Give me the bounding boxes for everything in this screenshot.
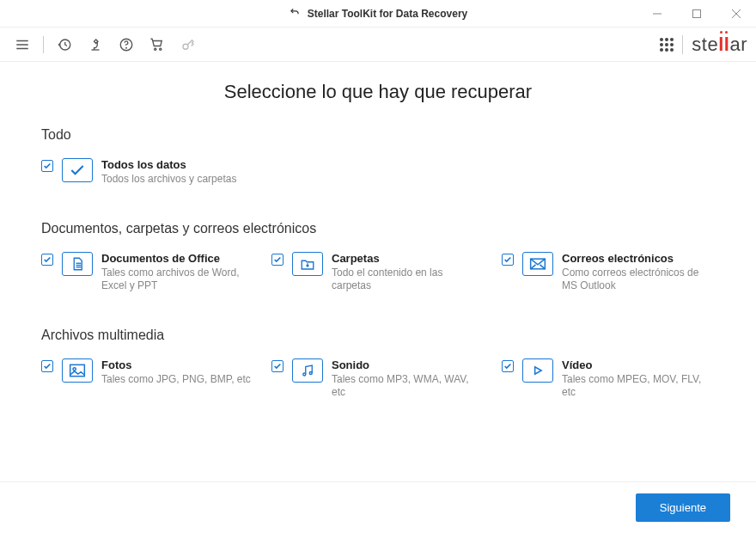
option-title: Carpetas xyxy=(332,252,485,265)
section-all: Todo Todos los datos Todos los archivos … xyxy=(41,127,715,187)
option-all-data[interactable]: Todos los datos Todos los archivos y car… xyxy=(41,158,236,187)
checkbox-folders[interactable] xyxy=(271,254,284,266)
app-title: Stellar ToolKit for Data Recovery xyxy=(308,8,468,20)
titlebar: Stellar ToolKit for Data Recovery xyxy=(0,0,756,28)
checkmark-box-icon xyxy=(62,158,93,182)
help-icon[interactable] xyxy=(113,31,140,58)
svg-point-20 xyxy=(309,371,312,374)
option-desc: Todos los archivos y carpetas xyxy=(101,173,236,187)
checkbox-audio[interactable] xyxy=(271,360,284,372)
svg-point-12 xyxy=(183,44,188,49)
image-icon xyxy=(62,358,93,383)
minimize-button[interactable] xyxy=(637,0,677,28)
svg-point-11 xyxy=(160,48,162,50)
option-office[interactable]: Documentos de Office Tales como archivos… xyxy=(41,252,254,293)
svg-point-9 xyxy=(126,47,127,48)
option-video[interactable]: Vídeo Tales como MPEG, MOV, FLV, etc xyxy=(502,358,715,400)
close-button[interactable] xyxy=(716,0,756,28)
checkbox-all-data[interactable] xyxy=(41,160,53,172)
option-title: Documentos de Office xyxy=(101,252,254,265)
separator xyxy=(682,35,683,54)
checkbox-photos[interactable] xyxy=(41,360,53,372)
apps-grid-icon[interactable] xyxy=(660,38,674,52)
option-folders[interactable]: Carpetas Todo el contenido en las carpet… xyxy=(271,252,485,293)
option-desc: Tales como archivos de Word, Excel y PPT xyxy=(101,266,254,293)
option-desc: Tales como JPG, PNG, BMP, etc xyxy=(101,373,251,387)
titlebar-title: Stellar ToolKit for Data Recovery xyxy=(289,6,468,21)
toolbar: stellar xyxy=(0,28,756,62)
option-photos[interactable]: Fotos Tales como JPG, PNG, BMP, etc xyxy=(41,358,254,400)
svg-rect-1 xyxy=(693,10,701,18)
window-controls xyxy=(637,0,756,28)
section-docs: Documentos, carpetas y correos electróni… xyxy=(41,221,715,293)
svg-point-18 xyxy=(73,367,76,370)
option-desc: Como correos electrónicos de MS Outlook xyxy=(562,266,715,293)
option-title: Todos los datos xyxy=(101,158,236,171)
document-icon xyxy=(62,252,93,276)
maximize-button[interactable] xyxy=(677,0,716,28)
cart-icon[interactable] xyxy=(143,31,171,58)
music-note-icon xyxy=(292,358,323,383)
section-media: Archivos multimedia Fotos Tales como JPG… xyxy=(41,328,715,400)
play-icon xyxy=(522,358,553,383)
option-title: Correos electrónicos xyxy=(562,252,715,265)
key-icon[interactable] xyxy=(174,31,202,58)
svg-point-19 xyxy=(303,373,306,376)
option-title: Sonido xyxy=(332,358,485,371)
checkbox-office[interactable] xyxy=(41,254,53,266)
svg-rect-17 xyxy=(70,365,85,376)
option-audio[interactable]: Sonido Tales como MP3, WMA, WAV, etc xyxy=(271,358,485,400)
footer: Siguiente xyxy=(0,481,756,533)
main-content: Seleccione lo que hay que recuperar Todo… xyxy=(0,81,756,400)
option-title: Fotos xyxy=(101,358,251,371)
section-heading-media: Archivos multimedia xyxy=(41,328,715,343)
separator xyxy=(43,36,44,53)
envelope-icon xyxy=(522,252,553,276)
option-emails[interactable]: Correos electrónicos Como correos electr… xyxy=(502,252,715,293)
folder-download-icon xyxy=(292,252,323,276)
checkbox-video[interactable] xyxy=(502,360,514,372)
back-icon xyxy=(289,6,301,21)
section-heading-all: Todo xyxy=(41,127,715,143)
microscope-icon[interactable] xyxy=(82,31,109,58)
next-button[interactable]: Siguiente xyxy=(636,493,730,522)
section-heading-docs: Documentos, carpetas y correos electróni… xyxy=(41,221,715,236)
menu-button[interactable] xyxy=(9,31,36,58)
option-title: Vídeo xyxy=(562,358,715,371)
page-title: Seleccione lo que hay que recuperar xyxy=(41,81,715,103)
option-desc: Tales como MP3, WMA, WAV, etc xyxy=(332,373,485,400)
brand-logo: stellar xyxy=(692,34,747,56)
checkbox-emails[interactable] xyxy=(502,254,514,266)
option-desc: Tales como MPEG, MOV, FLV, etc xyxy=(562,373,715,400)
svg-point-10 xyxy=(155,48,156,50)
option-desc: Todo el contenido en las carpetas xyxy=(332,266,485,293)
history-icon[interactable] xyxy=(51,31,78,58)
